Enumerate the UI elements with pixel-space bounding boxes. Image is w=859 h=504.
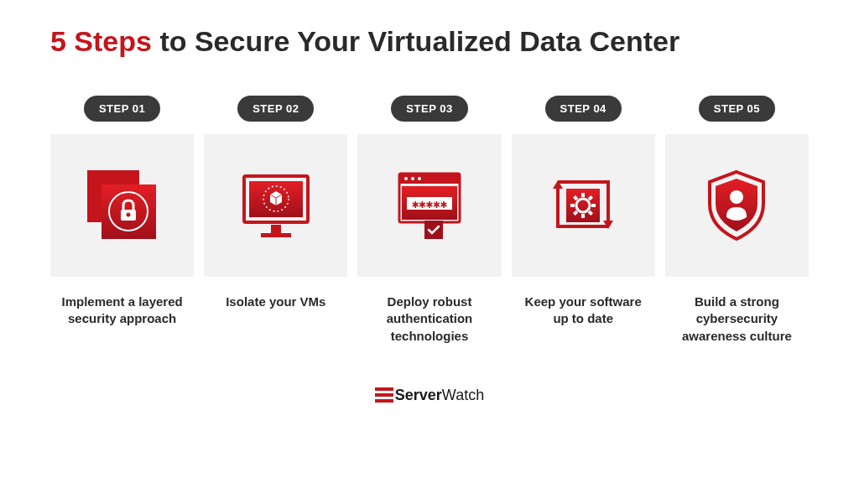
svg-point-14 (418, 177, 421, 180)
steps-container: STEP 01 Implement a layered security app… (50, 96, 809, 345)
svg-point-4 (126, 213, 130, 217)
step-description: Isolate your VMs (221, 294, 331, 310)
svg-text:✱✱✱✱✱: ✱✱✱✱✱ (412, 197, 448, 210)
step-description: Deploy robust authentication technologie… (357, 294, 501, 345)
step-badge: STEP 04 (545, 96, 622, 122)
svg-point-29 (730, 190, 743, 204)
update-gear-icon (541, 164, 625, 247)
svg-rect-22 (581, 214, 585, 218)
svg-rect-24 (591, 204, 596, 207)
svg-rect-21 (581, 193, 585, 197)
step-column-2: STEP 02 Isolate your VMs (204, 96, 347, 345)
shield-user-icon (695, 164, 778, 247)
step-badge: STEP 01 (84, 96, 160, 122)
step-column-4: STEP 04 (512, 96, 655, 345)
step-description: Implement a layered security approach (50, 294, 194, 328)
footer-brand-bold: Server (395, 387, 442, 403)
icon-box: ✱✱✱✱✱ (357, 134, 501, 277)
icon-box (665, 134, 809, 277)
step-badge: STEP 02 (237, 96, 314, 122)
icon-box (50, 134, 194, 277)
icon-box (512, 134, 655, 277)
step-badge: STEP 05 (699, 96, 775, 122)
password-window-icon: ✱✱✱✱✱ (388, 164, 471, 247)
svg-rect-18 (424, 221, 443, 239)
svg-rect-23 (570, 204, 575, 207)
svg-rect-7 (271, 225, 281, 233)
step-description: Keep your software up to date (512, 294, 655, 328)
title-rest: to Secure Your Virtualized Data Center (152, 25, 679, 57)
svg-rect-8 (261, 233, 291, 237)
footer-logo: ServerWatch (50, 387, 809, 404)
footer-brand-light: Watch (442, 387, 484, 403)
step-column-5: STEP 05 Build a strong cybersecurity awa… (665, 96, 809, 345)
svg-rect-11 (399, 174, 460, 184)
step-badge: STEP 03 (391, 96, 467, 122)
page-title: 5 Steps to Secure Your Virtualized Data … (50, 25, 809, 58)
svg-point-12 (404, 177, 408, 180)
step-column-1: STEP 01 Implement a layered security app… (50, 96, 194, 345)
layered-lock-icon (81, 164, 164, 247)
server-icon (375, 387, 390, 403)
svg-point-13 (411, 177, 414, 180)
title-accent: 5 Steps (50, 25, 152, 57)
step-column-3: STEP 03 ✱✱✱✱✱ Dep (357, 96, 501, 345)
step-description: Build a strong cybersecurity awareness c… (665, 294, 809, 345)
monitor-cube-icon (234, 164, 318, 247)
icon-box (204, 134, 347, 277)
